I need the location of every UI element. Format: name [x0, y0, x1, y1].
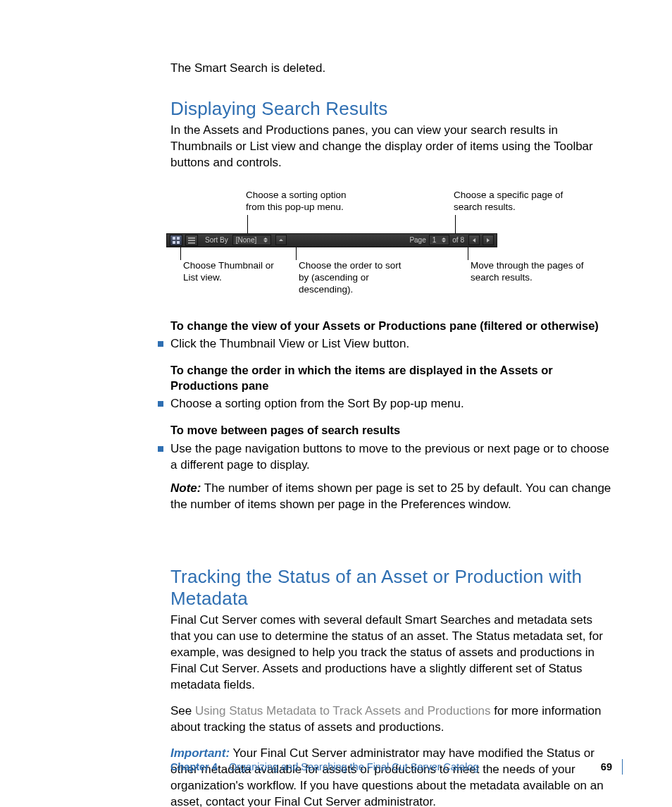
- page: The Smart Search is deleted. Displaying …: [0, 0, 672, 807]
- instr3-heading: To move between pages of search results: [170, 422, 614, 438]
- triangle-right-icon: [487, 238, 490, 242]
- sort-order-button[interactable]: [275, 235, 287, 245]
- results-toolbar: Sort By [None] Page 1 of 8: [166, 233, 497, 247]
- page-footer: Chapter 4 Organizing and Searching the F…: [170, 759, 623, 775]
- callout-page-nav: Move through the pages of search results…: [471, 260, 590, 284]
- prev-page-button[interactable]: [468, 235, 480, 245]
- content-column: The Smart Search is deleted. Displaying …: [170, 61, 614, 807]
- page-select-popup[interactable]: 1: [429, 235, 450, 245]
- lead-line: [296, 247, 297, 260]
- callout-sort-option: Choose a sorting option from this pop-up…: [246, 190, 359, 214]
- sort-by-value: [None]: [236, 236, 256, 244]
- list-view-button[interactable]: [185, 235, 198, 246]
- page-label: Page: [409, 236, 425, 244]
- important-text: Your Final Cut Server administrator may …: [170, 746, 604, 807]
- square-bullet-icon: [158, 341, 163, 347]
- callout-view-buttons: Choose Thumbnail or List view.: [183, 260, 275, 284]
- sort-order-icon: [279, 239, 283, 241]
- square-bullet-icon: [158, 401, 163, 407]
- instr1-heading: To change the view of your Assets or Pro…: [170, 318, 614, 333]
- popup-arrows-icon: [263, 238, 268, 242]
- instr1-bullet-text: Click the Thumbnail View or List View bu…: [170, 336, 409, 352]
- svg-rect-5: [188, 240, 195, 241]
- callout-sort-order: Choose the order to sort by (ascending o…: [299, 260, 404, 296]
- instr2-bullet-text: Choose a sorting option from the Sort By…: [170, 396, 464, 412]
- section2-see: See Using Status Metadata to Track Asset…: [170, 703, 614, 736]
- sort-by-popup[interactable]: [None]: [232, 235, 271, 245]
- lead-line: [455, 215, 456, 234]
- svg-rect-4: [188, 238, 195, 239]
- lead-line: [247, 215, 248, 234]
- triangle-left-icon: [473, 238, 475, 242]
- section1-para: In the Assets and Productions panes, you…: [170, 123, 614, 171]
- note-label: Note:: [170, 481, 201, 495]
- callout-specific-page: Choose a specific page of search results…: [454, 190, 566, 214]
- section2-para1: Final Cut Server comes with several defa…: [170, 612, 614, 694]
- lead-line: [180, 247, 181, 260]
- instr2-heading: To change the order in which the items a…: [170, 362, 614, 394]
- note-paragraph: Note: The number of items shown per page…: [170, 481, 614, 513]
- toolbar-diagram: Choose a sorting option from this pop-up…: [166, 181, 610, 308]
- instr3-bullet-text: Use the page navigation buttons to move …: [170, 441, 614, 474]
- section-heading-tracking: Tracking the Status of an Asset or Produ…: [170, 566, 614, 610]
- spacer: [170, 522, 614, 545]
- next-page-button[interactable]: [483, 235, 494, 245]
- lead-line: [468, 247, 468, 260]
- section-heading-displaying: Displaying Search Results: [170, 98, 614, 120]
- sort-by-label: Sort By: [205, 236, 228, 244]
- intro-text: The Smart Search is deleted.: [170, 61, 614, 77]
- instr2-bullet: Choose a sorting option from the Sort By…: [158, 396, 614, 412]
- link-status-metadata[interactable]: Using Status Metadata to Track Assets an…: [195, 704, 491, 717]
- important-paragraph: Important: Your Final Cut Server adminis…: [170, 746, 614, 807]
- square-bullet-icon: [158, 446, 163, 452]
- instr1-bullet: Click the Thumbnail View or List View bu…: [158, 336, 614, 352]
- svg-rect-1: [177, 237, 180, 240]
- svg-rect-0: [173, 237, 175, 240]
- footer-chapter-title: Organizing and Searching the Final Cut S…: [229, 761, 479, 772]
- popup-arrows-icon: [442, 238, 446, 242]
- see-prefix: See: [170, 704, 195, 717]
- svg-rect-2: [173, 241, 175, 244]
- instr3-bullet: Use the page navigation buttons to move …: [158, 441, 614, 474]
- footer-chapter: Chapter 4: [170, 761, 218, 772]
- svg-rect-6: [188, 242, 195, 244]
- page-current-value: 1: [433, 236, 437, 244]
- thumbnail-view-button[interactable]: [170, 235, 182, 246]
- footer-page-number: 69: [601, 761, 612, 772]
- page-total-label: of 8: [452, 236, 464, 244]
- note-text: The number of items shown per page is se…: [170, 481, 611, 511]
- svg-rect-3: [177, 241, 180, 244]
- important-label: Important:: [170, 746, 230, 760]
